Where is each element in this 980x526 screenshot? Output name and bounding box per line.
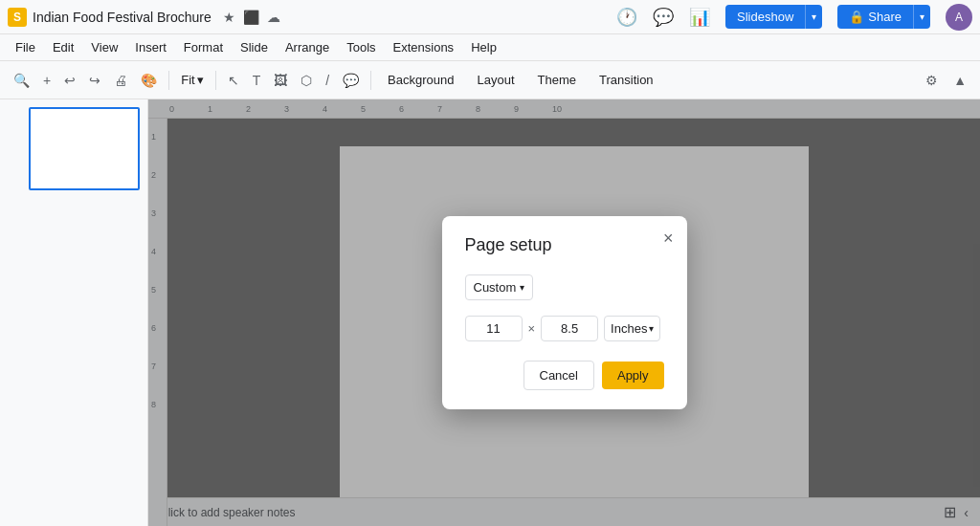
- title-bar-actions: ★ ⬛ ☁: [223, 10, 280, 25]
- width-input[interactable]: [465, 316, 523, 341]
- page-setup-dialog: Page setup × Custom ▾ × Inches ▾: [442, 216, 687, 409]
- lock-icon: 🔒: [849, 10, 864, 24]
- line-button[interactable]: /: [320, 69, 335, 92]
- modal-overlay: Page setup × Custom ▾ × Inches ▾: [148, 99, 980, 526]
- dialog-buttons: Cancel Apply: [465, 361, 664, 390]
- dimensions-row: × Inches ▾: [465, 316, 664, 341]
- menu-view[interactable]: View: [83, 38, 125, 56]
- slide-item[interactable]: 1: [8, 107, 140, 190]
- slideshow-button[interactable]: Slideshow: [725, 5, 805, 29]
- preset-row: Custom ▾: [465, 274, 664, 300]
- close-button[interactable]: ×: [663, 230, 674, 247]
- title-bar-right: 🕐 💬 📊 Slideshow ▾ 🔒 Share ▾ A: [616, 4, 972, 31]
- unit-dropdown[interactable]: Inches ▾: [604, 316, 660, 341]
- menu-file[interactable]: File: [8, 38, 43, 56]
- separator-2: [215, 71, 216, 90]
- zoom-caret: ▾: [197, 73, 204, 87]
- text-button[interactable]: T: [247, 69, 267, 92]
- image-button[interactable]: 🖼: [268, 69, 293, 92]
- dimensions-separator: ×: [528, 321, 536, 336]
- preset-caret-icon: ▾: [520, 282, 524, 293]
- menu-help[interactable]: Help: [463, 38, 504, 56]
- zoom-in-button[interactable]: +: [37, 69, 56, 92]
- cancel-button[interactable]: Cancel: [523, 361, 594, 390]
- menu-edit[interactable]: Edit: [45, 38, 81, 56]
- slideshow-dropdown[interactable]: ▾: [805, 5, 822, 29]
- layout-button[interactable]: Layout: [466, 69, 524, 91]
- apply-button[interactable]: Apply: [602, 362, 664, 389]
- options-icon[interactable]: ⚙: [920, 69, 944, 92]
- dialog-title: Page setup: [465, 235, 664, 255]
- menu-format[interactable]: Format: [176, 38, 231, 56]
- share-button[interactable]: 🔒 Share: [837, 5, 913, 29]
- zoom-out-button[interactable]: 🔍: [8, 69, 35, 92]
- comment-button[interactable]: 💬: [337, 69, 365, 92]
- separator-1: [168, 71, 169, 90]
- height-input[interactable]: [541, 316, 598, 341]
- cloud-icon[interactable]: ☁: [267, 10, 280, 25]
- slide-thumbnail[interactable]: [29, 107, 140, 190]
- preset-dropdown[interactable]: Custom ▾: [465, 274, 534, 300]
- paint-format-button[interactable]: 🎨: [135, 69, 163, 92]
- present-icon[interactable]: 📊: [689, 7, 710, 28]
- zoom-dropdown[interactable]: Fit ▾: [175, 71, 209, 89]
- main-area: 1 0 1 2 3 4 5 6 7 8 9 10 1 2: [0, 99, 980, 526]
- redo-button[interactable]: ↪: [83, 69, 106, 92]
- share-dropdown[interactable]: ▾: [913, 5, 930, 29]
- background-button[interactable]: Background: [377, 69, 464, 91]
- app-icon: S: [8, 8, 27, 27]
- toolbar: 🔍 + ↩ ↪ 🖨 🎨 Fit ▾ ↖ T 🖼 ⬡ / 💬 Background…: [0, 61, 980, 99]
- separator-3: [370, 71, 371, 90]
- menu-slide[interactable]: Slide: [233, 38, 276, 56]
- print-button[interactable]: 🖨: [108, 69, 133, 92]
- menu-insert[interactable]: Insert: [127, 38, 174, 56]
- transition-button[interactable]: Transition: [589, 69, 664, 91]
- cursor-button[interactable]: ↖: [222, 69, 245, 92]
- unit-caret-icon: ▾: [649, 323, 654, 334]
- history-icon[interactable]: 🕐: [616, 7, 637, 28]
- undo-button[interactable]: ↩: [58, 69, 81, 92]
- canvas-area: 0 1 2 3 4 5 6 7 8 9 10 1 2 3 4 5 6 7: [148, 99, 980, 526]
- rename-icon[interactable]: ⬛: [243, 10, 259, 25]
- menu-tools[interactable]: Tools: [339, 38, 383, 56]
- theme-button[interactable]: Theme: [527, 69, 587, 91]
- collapse-button[interactable]: ▲: [947, 69, 972, 92]
- shape-button[interactable]: ⬡: [295, 69, 318, 92]
- comments-icon[interactable]: 💬: [653, 7, 674, 28]
- menu-extensions[interactable]: Extensions: [386, 38, 462, 56]
- menu-bar: File Edit View Insert Format Slide Arran…: [0, 34, 980, 61]
- document-title: Indian Food Festival Brochure: [33, 10, 212, 25]
- star-icon[interactable]: ★: [223, 10, 235, 25]
- slides-panel: 1: [0, 99, 148, 526]
- avatar[interactable]: A: [946, 4, 972, 31]
- menu-arrange[interactable]: Arrange: [278, 38, 337, 56]
- title-bar: S Indian Food Festival Brochure ★ ⬛ ☁ 🕐 …: [0, 0, 980, 34]
